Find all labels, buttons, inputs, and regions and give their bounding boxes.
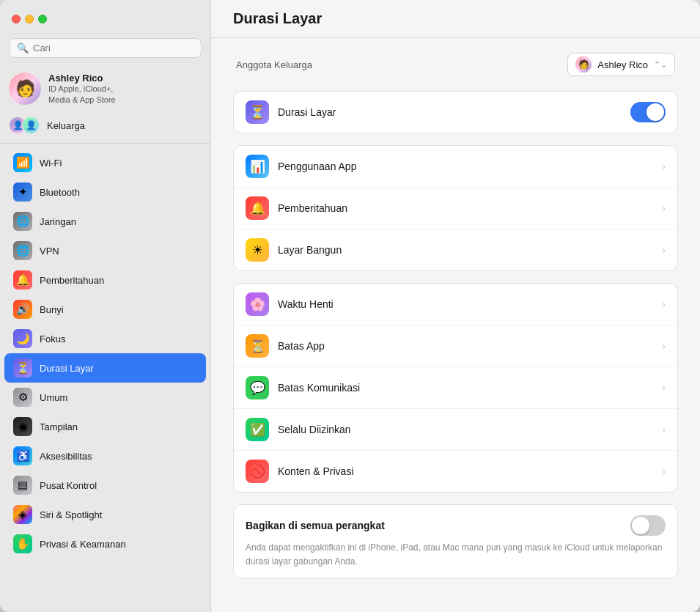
sidebar-item-wifi[interactable]: 📶 Wi-Fi (4, 148, 206, 177)
sidebar-item-umum[interactable]: ⚙ Umum (4, 383, 206, 412)
sidebar-item-label-durasi-layar: Durasi Layar (40, 363, 94, 374)
sidebar-item-label-umum: Umum (40, 392, 67, 403)
sidebar-item-label-siri-spotlight: Siri & Spotlight (40, 509, 102, 520)
menu-row-pemberitahuan[interactable]: 🔔 Pemberitahuan › (234, 188, 677, 229)
member-bar-label: Anggota Keluarga (236, 59, 312, 70)
menu-row-app-usage[interactable]: 📊 Penggunaan App › (234, 146, 677, 188)
screentime-toggle-card: ⏳ Durasi Layar (233, 91, 678, 133)
sidebar-divider-1 (0, 143, 210, 144)
sidebar-item-label-jaringan: Jaringan (40, 216, 76, 227)
bunyi-icon: 🔊 (13, 300, 32, 319)
siri-spotlight-icon: ◈ (13, 505, 32, 524)
main-content: Durasi Layar Anggota Keluarga 🧑 Ashley R… (211, 0, 700, 612)
chevron-right-icon: › (662, 202, 666, 214)
menu-group-2: 🌸 Waktu Henti › ⏳ Batas App › 💬 Batas Ko… (233, 283, 678, 493)
share-description: Anda dapat mengaktifkan ini di iPhone, i… (246, 542, 662, 567)
search-icon: 🔍 (17, 43, 29, 54)
screentime-toggle-label: Durasi Layar (278, 106, 622, 118)
privasi-icon: ✋ (13, 534, 32, 553)
sidebar-item-jaringan[interactable]: 🌐 Jaringan (4, 207, 206, 236)
family-label: Keluarga (47, 120, 85, 131)
sidebar-item-label-pemberitahuan: Pemberitahuan (40, 275, 104, 286)
sidebar-item-bluetooth[interactable]: ✦ Bluetooth (4, 177, 206, 207)
sidebar-item-label-vpn: VPN (40, 246, 59, 257)
member-selector-name: Ashley Rico (597, 59, 648, 70)
bluetooth-icon: ✦ (13, 183, 32, 202)
menu-group-1: 📊 Penggunaan App › 🔔 Pemberitahuan › ☀ L… (233, 145, 678, 271)
pusat-kontrol-icon: ▤ (13, 476, 32, 495)
sidebar-item-label-aksesibilitas: Aksesibilitas (40, 451, 92, 462)
family-section[interactable]: 👤 👤 Keluarga (0, 112, 210, 139)
konten-privasi-label: Konten & Privasi (278, 465, 653, 477)
fokus-icon: 🌙 (13, 329, 32, 348)
pemberitahuan-icon: 🔔 (246, 196, 269, 220)
chevron-right-icon: › (662, 298, 666, 310)
pemberitahuan-label: Pemberitahuan (278, 202, 653, 214)
sidebar-item-privasi[interactable]: ✋ Privasi & Keamanan (4, 529, 206, 558)
sidebar-items: 📶 Wi-Fi ✦ Bluetooth 🌐 Jaringan 🌐 VPN 🔔 P… (0, 148, 210, 558)
sidebar-item-fokus[interactable]: 🌙 Fokus (4, 324, 206, 353)
share-section: Bagikan di semua perangkat Anda dapat me… (233, 504, 678, 579)
sidebar-item-siri-spotlight[interactable]: ◈ Siri & Spotlight (4, 500, 206, 529)
share-toggle-knob (632, 517, 649, 534)
sidebar-item-label-pusat-kontrol: Pusat Kontrol (40, 480, 97, 491)
sidebar-item-pemberitahuan[interactable]: 🔔 Pemberitahuan (4, 265, 206, 295)
wifi-icon: 📶 (13, 153, 32, 172)
layar-bangun-label: Layar Bangun (278, 244, 653, 256)
selalu-diizinkan-icon: ✅ (246, 418, 269, 441)
durasi-layar-icon: ⏳ (13, 358, 32, 377)
share-toggle[interactable] (630, 515, 666, 536)
app-usage-label: Penggunaan App (278, 161, 653, 172)
maximize-button[interactable] (38, 15, 47, 23)
main-window: 🔍 🧑 Ashley Rico ID Apple, iCloud+,Media … (0, 0, 700, 612)
menu-row-batas-app[interactable]: ⏳ Batas App › (234, 325, 677, 367)
chevron-right-icon: › (662, 340, 666, 352)
chevron-right-icon: › (662, 465, 666, 477)
chevron-updown-icon: ⌃⌄ (654, 60, 667, 70)
member-selector-avatar: 🧑 (575, 56, 592, 73)
sidebar: 🔍 🧑 Ashley Rico ID Apple, iCloud+,Media … (0, 0, 211, 612)
search-bar[interactable]: 🔍 (9, 38, 202, 58)
aksesibilitas-icon: ♿ (13, 446, 32, 465)
selalu-diizinkan-label: Selalu Diizinkan (278, 424, 653, 435)
sidebar-item-label-bunyi: Bunyi (40, 304, 64, 315)
pemberitahuan-icon: 🔔 (13, 270, 32, 290)
waktu-henti-icon: 🌸 (246, 292, 269, 316)
app-usage-icon: 📊 (246, 155, 269, 178)
sidebar-item-label-wifi: Wi-Fi (40, 158, 62, 169)
profile-info: Ashley Rico ID Apple, iCloud+,Media & Ap… (48, 73, 116, 105)
sidebar-item-aksesibilitas[interactable]: ♿ Aksesibilitas (4, 441, 206, 471)
profile-section[interactable]: 🧑 Ashley Rico ID Apple, iCloud+,Media & … (0, 65, 210, 112)
family-avatar-2: 👤 (22, 117, 40, 134)
waktu-henti-label: Waktu Henti (278, 298, 653, 310)
sidebar-content: 🧑 Ashley Rico ID Apple, iCloud+,Media & … (0, 65, 210, 612)
family-avatars: 👤 👤 (9, 117, 40, 134)
member-bar: Anggota Keluarga 🧑 Ashley Rico ⌃⌄ (233, 53, 678, 76)
screentime-toggle[interactable] (630, 102, 666, 122)
member-selector[interactable]: 🧑 Ashley Rico ⌃⌄ (567, 53, 675, 76)
menu-row-layar-bangun[interactable]: ☀ Layar Bangun › (234, 229, 677, 270)
menu-row-selalu-diizinkan[interactable]: ✅ Selalu Diizinkan › (234, 409, 677, 451)
menu-row-konten-privasi[interactable]: 🚫 Konten & Privasi › (234, 451, 677, 492)
menu-row-waktu-henti[interactable]: 🌸 Waktu Henti › (234, 284, 677, 325)
sidebar-item-vpn[interactable]: 🌐 VPN (4, 236, 206, 265)
sidebar-item-bunyi[interactable]: 🔊 Bunyi (4, 295, 206, 324)
sidebar-item-label-bluetooth: Bluetooth (40, 187, 80, 198)
menu-row-batas-komunikasi[interactable]: 💬 Batas Komunikasi › (234, 367, 677, 409)
main-body: Anggota Keluarga 🧑 Ashley Rico ⌃⌄ ⏳ Dura… (211, 38, 700, 612)
main-header: Durasi Layar (211, 0, 700, 38)
search-input[interactable] (33, 43, 194, 54)
page-title: Durasi Layar (233, 10, 322, 27)
minimize-button[interactable] (25, 15, 34, 23)
umum-icon: ⚙ (13, 388, 32, 407)
screentime-toggle-row: ⏳ Durasi Layar (234, 92, 677, 133)
screentime-icon: ⏳ (246, 100, 269, 124)
konten-privasi-icon: 🚫 (246, 460, 269, 483)
sidebar-item-pusat-kontrol[interactable]: ▤ Pusat Kontrol (4, 471, 206, 500)
close-button[interactable] (12, 15, 21, 23)
batas-app-icon: ⏳ (246, 334, 269, 358)
sidebar-item-durasi-layar[interactable]: ⏳ Durasi Layar (4, 353, 206, 383)
sidebar-item-tampilan[interactable]: ◉ Tampilan (4, 412, 206, 441)
tampilan-icon: ◉ (13, 417, 32, 436)
jaringan-icon: 🌐 (13, 212, 32, 231)
